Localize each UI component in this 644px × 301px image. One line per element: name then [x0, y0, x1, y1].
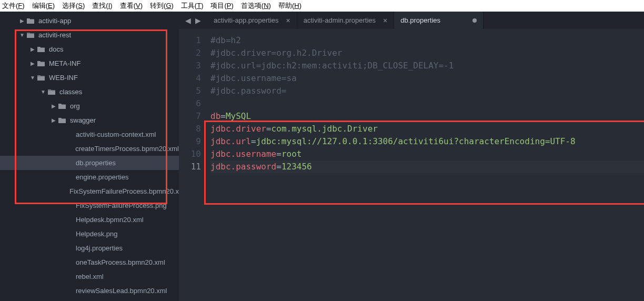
line-number: 10: [179, 148, 201, 160]
line-number: 4: [179, 72, 201, 85]
tree-item-label: db.properties: [76, 159, 116, 167]
twisty-icon[interactable]: ▶: [19, 18, 25, 24]
folder-open-icon: [26, 32, 35, 38]
menu-item[interactable]: 查找(I): [92, 1, 112, 11]
code-line[interactable]: db=MySQL: [210, 110, 644, 123]
code-token: jdbc:mysql://127.0.0.1:3306/activiti6ui?…: [256, 136, 576, 146]
twisty-icon[interactable]: ▶: [29, 61, 36, 66]
tree-item-label: rebel.xml: [76, 273, 104, 280]
code-line[interactable]: [210, 97, 644, 110]
twisty-icon[interactable]: ▼: [40, 89, 46, 95]
tree-file[interactable]: db.properties: [0, 156, 179, 170]
menu-bar: 文件(F)编辑(E)选择(S)查找(I)查看(V)转到(G)工具(T)项目(P)…: [0, 0, 644, 12]
tree-item-label: FixSystemFailureProcess.bpmn20.xml: [69, 187, 179, 195]
line-number: 11: [179, 160, 201, 173]
folder-icon: [37, 60, 45, 67]
tree-item-label: swagger: [70, 116, 96, 124]
tab-close-icon[interactable]: ×: [286, 16, 290, 25]
menu-item[interactable]: 选择(S): [62, 1, 85, 11]
tree-folder[interactable]: ▼classes: [0, 85, 179, 99]
line-number: 2: [179, 47, 201, 59]
code-token: #jdbc.password=: [210, 86, 287, 96]
code-line[interactable]: #db=h2: [210, 34, 644, 47]
tree-folder[interactable]: ▶META-INF: [0, 56, 179, 71]
code-editor[interactable]: 1234567891011 #db=h2#jdbc.driver=org.h2.…: [179, 29, 644, 301]
tree-item-label: createTimersProcess.bpmn20.xml: [75, 145, 179, 153]
editor-tab[interactable]: activiti-app.properties×: [207, 12, 297, 29]
twisty-icon[interactable]: ▶: [51, 117, 57, 123]
folder-icon: [37, 46, 45, 53]
tree-file[interactable]: Helpdesk.bpmn20.xml: [0, 213, 179, 227]
code-line[interactable]: #jdbc.password=: [210, 85, 644, 97]
tree-folder[interactable]: ▶docs: [0, 42, 179, 56]
code-token: jdbc.username: [210, 149, 276, 159]
tree-folder[interactable]: ▼activiti-rest: [0, 28, 179, 42]
twisty-icon[interactable]: ▶: [29, 46, 36, 52]
tree-file[interactable]: FixSystemFailureProcess.bpmn20.xml: [0, 184, 179, 198]
tab-nav-left-icon[interactable]: ◀: [185, 16, 191, 25]
tree-file[interactable]: engine.properties: [0, 170, 179, 184]
tab-modified-icon[interactable]: [472, 18, 477, 23]
tree-folder[interactable]: ▶swagger: [0, 113, 179, 127]
code-line[interactable]: #jdbc.url=jdbc:h2:mem:activiti;DB_CLOSE_…: [210, 59, 644, 72]
tree-file[interactable]: reviewSalesLead.bpmn20.xml: [0, 284, 179, 298]
editor-tab[interactable]: activiti-admin.properties×: [297, 12, 394, 29]
twisty-icon[interactable]: ▼: [29, 75, 36, 81]
tree-item-label: reviewSalesLead.bpmn20.xml: [76, 287, 167, 295]
tab-nav-right-icon[interactable]: ▶: [195, 16, 201, 25]
line-number: 3: [179, 59, 201, 72]
menu-item[interactable]: 编辑(E): [32, 1, 55, 11]
menu-item[interactable]: 项目(P): [210, 1, 233, 11]
code-line[interactable]: jdbc.driver=com.mysql.jdbc.Driver: [210, 123, 644, 135]
tree-folder[interactable]: ▶org: [0, 99, 179, 113]
code-line[interactable]: jdbc.url=jdbc:mysql://127.0.0.1:3306/act…: [210, 135, 644, 148]
code-line[interactable]: #jdbc.username=sa: [210, 72, 644, 85]
tab-nav-arrows[interactable]: ◀ ▶: [179, 12, 207, 29]
menu-item[interactable]: 查看(V): [120, 1, 143, 11]
menu-item[interactable]: 帮助(H): [278, 1, 301, 11]
tree-folder[interactable]: ▼WEB-INF: [0, 71, 179, 85]
code-token: #db=h2: [210, 35, 241, 45]
line-number: 8: [179, 123, 201, 135]
code-token: MySQL: [226, 111, 251, 121]
tree-file[interactable]: FixSystemFailureProcess.png: [0, 198, 179, 213]
code-line[interactable]: jdbc.password=123456: [210, 160, 644, 173]
code-token: root: [281, 149, 302, 159]
folder-icon: [58, 103, 66, 109]
code-token: =: [276, 149, 281, 159]
folder-icon: [58, 117, 66, 124]
code-token: jdbc.password: [210, 162, 276, 172]
tree-file[interactable]: Helpdesk.png: [0, 227, 179, 241]
menu-item[interactable]: 首选项(N): [241, 1, 271, 11]
code-line[interactable]: jdbc.username=root: [210, 148, 644, 160]
menu-item[interactable]: 工具(T): [181, 1, 204, 11]
tree-folder[interactable]: ▶activiti-app: [0, 14, 179, 28]
code-token: #jdbc.driver=org.h2.Driver: [210, 48, 342, 58]
tree-file[interactable]: activiti-custom-context.xml: [0, 127, 179, 142]
tree-item-label: engine.properties: [76, 173, 128, 181]
twisty-icon[interactable]: ▼: [19, 32, 25, 38]
project-tree-sidebar: ▶activiti-app▼activiti-rest▶docs▶META-IN…: [0, 12, 179, 301]
tree-item-label: activiti-app: [38, 17, 71, 25]
code-token: =: [266, 124, 271, 134]
tree-item-label: oneTaskProcess.bpmn20.xml: [76, 258, 165, 266]
code-line[interactable]: #jdbc.driver=org.h2.Driver: [210, 47, 644, 59]
line-number: 9: [179, 135, 201, 148]
editor-tab[interactable]: db.properties: [394, 12, 484, 29]
tree-file[interactable]: rebel.xml: [0, 269, 179, 284]
twisty-icon[interactable]: ▶: [51, 103, 57, 109]
line-number: 7: [179, 110, 201, 123]
menu-item[interactable]: 转到(G): [150, 1, 174, 11]
tree-item-label: META-INF: [49, 59, 80, 67]
tree-file[interactable]: oneTaskProcess.bpmn20.xml: [0, 255, 179, 269]
code-token: =: [276, 162, 281, 172]
tree-item-label: Helpdesk.bpmn20.xml: [76, 216, 144, 224]
tree-file[interactable]: log4j.properties: [0, 241, 179, 255]
tree-file[interactable]: createTimersProcess.bpmn20.xml: [0, 142, 179, 156]
tab-close-icon[interactable]: ×: [383, 16, 387, 25]
tree-item-label: classes: [59, 88, 82, 96]
tree-item-label: org: [70, 102, 80, 110]
code-token: =: [251, 136, 256, 146]
code-token: =: [220, 111, 226, 121]
menu-item[interactable]: 文件(F): [2, 1, 25, 11]
